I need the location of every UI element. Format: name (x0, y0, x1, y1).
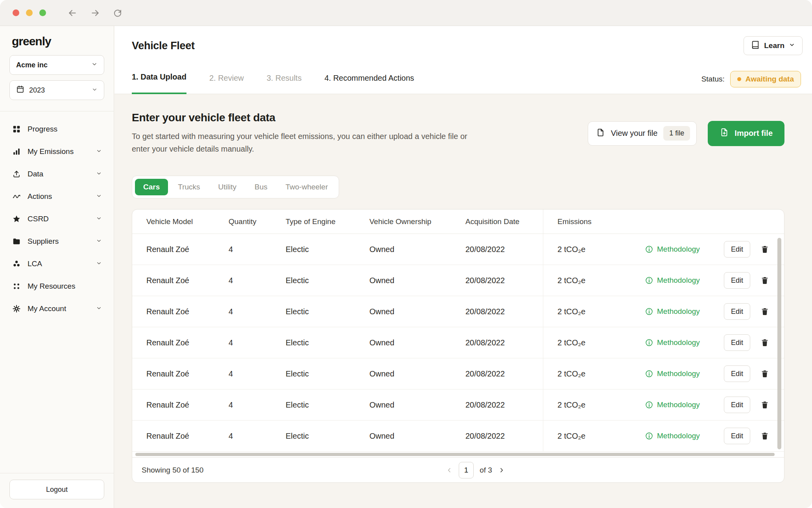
quantity-cell: 4 (229, 296, 286, 327)
edit-button[interactable]: Edit (724, 303, 750, 320)
ownership-cell: Owned (369, 327, 465, 358)
acquisition-date-cell: 20/08/2022 (465, 296, 543, 327)
filter-cars[interactable]: Cars (135, 179, 168, 195)
sidebar-item-data[interactable]: Data (9, 163, 104, 185)
sidebar-item-my-emissions[interactable]: My Emissions (9, 140, 104, 163)
sidebar-item-suppliers[interactable]: Suppliers (9, 230, 104, 252)
lca-leaf-icon (12, 259, 21, 269)
page-number-box[interactable]: 1 (459, 462, 474, 478)
ownership-cell: Owned (369, 265, 465, 296)
sidebar-divider (0, 473, 114, 473)
trash-icon (760, 276, 769, 285)
vertical-scrollbar[interactable] (777, 238, 781, 449)
grid-icon (12, 124, 21, 134)
sidebar-item-my-resources[interactable]: My Resources (9, 275, 104, 297)
delete-button[interactable] (760, 400, 769, 409)
sidebar-item-actions[interactable]: Actions (9, 185, 104, 208)
delete-button[interactable] (760, 338, 769, 347)
book-icon (751, 41, 760, 51)
page-total: of 3 (480, 466, 492, 475)
trash-icon (760, 400, 769, 409)
emissions-value: 2 tCO₂e (557, 432, 645, 441)
sidebar-item-lca[interactable]: LCA (9, 252, 104, 275)
acquisition-date-cell: 20/08/2022 (465, 265, 543, 296)
emissions-value: 2 tCO₂e (557, 400, 645, 410)
table-footer: Showing 50 of 150 1 of 3 (132, 457, 784, 482)
bar-chart-icon (12, 147, 21, 156)
column-header-type-of-engine: Type of Engine (286, 210, 369, 234)
edit-button[interactable]: Edit (724, 428, 750, 444)
tab-results[interactable]: 3. Results (267, 74, 302, 94)
sidebar-item-csrd[interactable]: CSRD (9, 208, 104, 230)
edit-button[interactable]: Edit (724, 272, 750, 289)
edit-button[interactable]: Edit (724, 397, 750, 413)
status-dot-icon (737, 77, 741, 81)
engine-type-cell: Electic (286, 265, 369, 296)
table-row: Renault Zoé 4 Electic Owned 20/08/2022 2… (132, 358, 784, 389)
trash-icon (760, 245, 769, 254)
main-content: Vehicle Fleet Learn 1. Data Upload 2. Re… (114, 26, 812, 508)
quantity-cell: 4 (229, 234, 286, 265)
methodology-link[interactable]: Methodology (645, 400, 700, 409)
methodology-link[interactable]: Methodology (645, 245, 700, 254)
delete-button[interactable] (760, 245, 769, 254)
tab-recommended-actions[interactable]: 4. Recommended Actions (325, 74, 414, 94)
year-select[interactable]: 2023 (9, 80, 104, 100)
chevron-down-icon (96, 260, 102, 268)
tab-data-upload[interactable]: 1. Data Upload (132, 72, 186, 94)
chevron-down-icon (92, 86, 98, 95)
year-select-value: 2023 (29, 86, 45, 95)
sidebar-item-my-account[interactable]: My Account (9, 297, 104, 320)
next-page-button[interactable] (498, 467, 505, 474)
quantity-cell: 4 (229, 389, 286, 420)
chevron-down-icon (789, 41, 795, 50)
prev-page-button[interactable] (446, 467, 453, 474)
delete-button[interactable] (760, 432, 769, 440)
table-row: Renault Zoé 4 Electic Owned 20/08/2022 2… (132, 296, 784, 327)
column-header-quantity: Quantity (229, 210, 286, 234)
methodology-link[interactable]: Methodology (645, 338, 700, 347)
close-window-button[interactable] (13, 9, 19, 16)
delete-button[interactable] (760, 276, 769, 285)
delete-button[interactable] (760, 369, 769, 378)
import-file-button[interactable]: Import file (708, 121, 784, 146)
edit-button[interactable]: Edit (724, 241, 750, 258)
forward-button[interactable] (90, 8, 100, 18)
methodology-link[interactable]: Methodology (645, 276, 700, 285)
quantity-cell: 4 (229, 265, 286, 296)
info-icon (645, 276, 653, 285)
sidebar-item-progress[interactable]: Progress (9, 118, 104, 140)
refresh-button[interactable] (113, 8, 122, 18)
vehicle-model-cell: Renault Zoé (146, 296, 229, 327)
methodology-link[interactable]: Methodology (645, 307, 700, 316)
methodology-link[interactable]: Methodology (645, 432, 700, 440)
ownership-cell: Owned (369, 358, 465, 389)
back-button[interactable] (67, 8, 78, 18)
company-select[interactable]: Acme inc (9, 55, 104, 75)
ownership-cell: Owned (369, 296, 465, 327)
filter-bus[interactable]: Bus (246, 179, 276, 195)
calendar-icon (16, 85, 24, 95)
tab-review[interactable]: 2. Review (209, 74, 244, 94)
ownership-cell: Owned (369, 389, 465, 420)
filter-two-wheeler[interactable]: Two-wheeler (277, 179, 336, 195)
view-file-button[interactable]: View your file 1 file (588, 121, 697, 146)
engine-type-cell: Electic (286, 389, 369, 420)
maximize-window-button[interactable] (39, 9, 46, 16)
filter-utility[interactable]: Utility (210, 179, 245, 195)
learn-button[interactable]: Learn (744, 36, 803, 55)
sidebar: greenly Acme inc 2023 Progress My Emissi… (0, 26, 114, 508)
import-file-icon (720, 128, 729, 139)
table-body: Renault Zoé 4 Electic Owned 20/08/2022 2… (132, 234, 784, 452)
delete-button[interactable] (760, 307, 769, 316)
import-file-label: Import file (734, 129, 773, 138)
filter-trucks[interactable]: Trucks (170, 179, 208, 195)
logout-button[interactable]: Logout (9, 480, 104, 499)
edit-button[interactable]: Edit (724, 334, 750, 351)
app-window: greenly Acme inc 2023 Progress My Emissi… (0, 0, 812, 508)
column-header-acquisition-date: Acquisition Date (465, 210, 543, 234)
minimize-window-button[interactable] (26, 9, 33, 16)
edit-button[interactable]: Edit (724, 365, 750, 382)
methodology-link[interactable]: Methodology (645, 369, 700, 378)
horizontal-scrollbar-thumb[interactable] (135, 453, 775, 456)
